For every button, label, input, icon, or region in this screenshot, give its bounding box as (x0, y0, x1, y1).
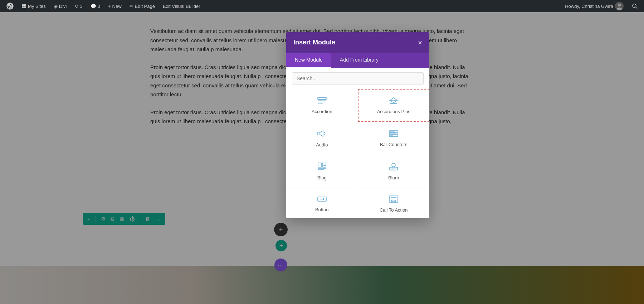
module-blurb[interactable]: Blurb (358, 155, 430, 188)
divi-label: Divi (59, 4, 67, 9)
module-bar-counters[interactable]: Bar Counters (358, 122, 430, 155)
svg-rect-12 (318, 102, 326, 102)
revisions-count: 3 (80, 4, 83, 9)
wordpress-logo[interactable] (4, 0, 16, 12)
blog-icon (317, 162, 327, 172)
svg-rect-22 (318, 163, 322, 167)
new-menu[interactable]: + New (105, 0, 125, 12)
modal-close-button[interactable]: × (418, 39, 422, 46)
svg-rect-1 (22, 4, 24, 6)
module-audio[interactable]: Audio (286, 122, 358, 155)
divi-icon: ◈ (54, 3, 58, 9)
blurb-label: Blurb (388, 175, 399, 180)
search-button[interactable] (629, 0, 640, 12)
admin-bar-right: Howdy, Christina Gwira (562, 0, 640, 12)
svg-point-8 (633, 4, 636, 8)
module-call-to-action[interactable]: Call To Action (358, 188, 430, 218)
module-accordions-plus[interactable]: Accordions Plus (358, 89, 430, 122)
tab-new-module[interactable]: New Module (286, 53, 331, 68)
edit-page-button[interactable]: ✏ Edit Page (127, 0, 158, 12)
svg-rect-10 (318, 97, 326, 100)
blurb-icon (389, 162, 398, 172)
svg-rect-23 (322, 163, 326, 165)
accordion-label: Accordion (312, 109, 332, 114)
svg-rect-27 (390, 167, 397, 170)
accordions-plus-icon (389, 97, 399, 106)
bar-counters-icon (389, 130, 399, 139)
module-button[interactable]: Button (286, 188, 358, 218)
user-greeting[interactable]: Howdy, Christina Gwira (562, 0, 627, 12)
module-grid: Accordion Accordions Plus Audio (286, 89, 429, 218)
svg-rect-3 (22, 6, 24, 8)
revisions-menu[interactable]: ↺ 3 (72, 0, 86, 12)
comments-menu[interactable]: 💬 0 (88, 0, 103, 12)
modal-header: Insert Module × (286, 32, 429, 53)
button-icon (317, 196, 327, 204)
svg-rect-19 (389, 133, 396, 134)
module-accordion[interactable]: Accordion (286, 89, 358, 122)
exit-visual-builder-button[interactable]: Exit Visual Builder (160, 0, 203, 12)
svg-line-9 (636, 7, 637, 9)
call-to-action-icon (389, 195, 399, 204)
audio-label: Audio (316, 142, 328, 148)
pencil-icon: ✏ (130, 4, 133, 9)
comments-icon: 💬 (91, 4, 96, 9)
edit-page-label: Edit Page (135, 4, 155, 9)
svg-rect-17 (389, 131, 395, 132)
divi-menu[interactable]: ◈ Divi (51, 0, 70, 12)
my-sites-label: My Sites (28, 4, 46, 9)
module-search-container (286, 68, 429, 89)
modal-overlay: Insert Module × New Module Add From Libr… (0, 0, 644, 304)
admin-bar: My Sites ◈ Divi ↺ 3 💬 0 + New ✏ Edit Pag… (0, 0, 644, 12)
svg-rect-2 (24, 4, 26, 6)
insert-module-modal: Insert Module × New Module Add From Libr… (286, 32, 429, 218)
tab-add-from-library[interactable]: Add From Library (331, 53, 387, 68)
modal-title: Insert Module (293, 39, 335, 46)
bar-counters-label: Bar Counters (380, 142, 408, 147)
new-icon: + (108, 4, 111, 9)
accordion-icon (317, 97, 327, 106)
user-greeting-label: Howdy, Christina Gwira (565, 4, 613, 9)
button-label: Button (315, 207, 329, 212)
svg-rect-36 (391, 200, 396, 202)
call-to-action-label: Call To Action (380, 207, 408, 213)
comments-count: 0 (98, 4, 100, 9)
svg-rect-15 (318, 132, 320, 135)
my-sites-menu[interactable]: My Sites (19, 0, 49, 12)
search-icon (632, 3, 638, 9)
user-avatar (615, 1, 624, 11)
svg-rect-13 (318, 103, 323, 104)
module-search-input[interactable] (292, 72, 424, 85)
svg-rect-24 (322, 166, 326, 167)
svg-point-28 (392, 163, 395, 167)
module-blog[interactable]: Blog (286, 155, 358, 188)
svg-rect-11 (318, 100, 326, 101)
new-label: New (112, 4, 122, 9)
exit-vb-label: Exit Visual Builder (163, 4, 200, 9)
svg-point-7 (617, 8, 622, 10)
svg-rect-21 (389, 135, 393, 136)
revisions-icon: ↺ (75, 4, 79, 9)
blog-label: Blog (317, 175, 327, 180)
accordions-plus-label: Accordions Plus (377, 109, 410, 114)
svg-point-6 (618, 4, 621, 6)
modal-tabs: New Module Add From Library (286, 53, 429, 68)
svg-rect-4 (24, 6, 26, 8)
audio-icon (317, 129, 327, 139)
